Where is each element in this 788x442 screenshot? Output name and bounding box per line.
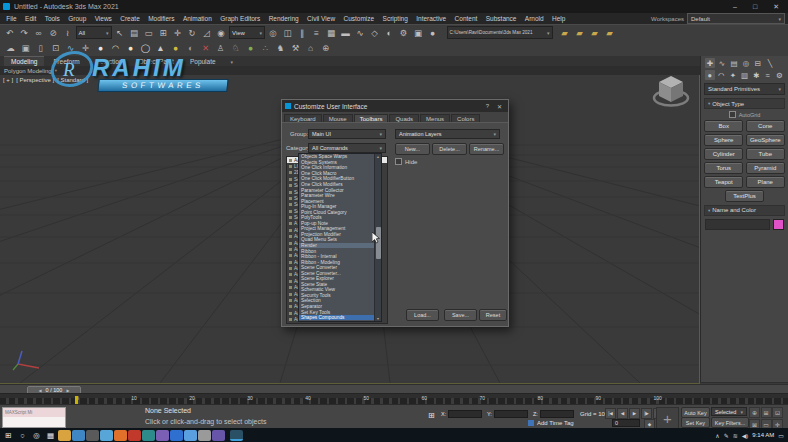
edge-icon[interactable]	[170, 430, 183, 441]
cameras-category-icon[interactable]: ▥	[740, 70, 750, 80]
minimize-button[interactable]: –	[733, 3, 737, 11]
viewport-menu-shading[interactable]: [ Standard ]	[57, 77, 88, 83]
folder-icon[interactable]: ▰	[558, 26, 571, 39]
geometry-category-icon[interactable]: ●	[705, 70, 715, 80]
viewcube[interactable]	[648, 72, 694, 110]
network-icon[interactable]: ≋	[733, 432, 738, 439]
sphere-shaded-icon[interactable]: ◐	[184, 42, 197, 55]
app-icon-lightblue[interactable]	[184, 430, 197, 441]
container-icon[interactable]: ▯	[34, 42, 47, 55]
dome-icon[interactable]: ◠	[109, 42, 122, 55]
start-button[interactable]: ⊞	[2, 430, 15, 441]
menu-item[interactable]: Edit	[21, 15, 41, 22]
object-type-button[interactable]: GeoSphere	[746, 134, 785, 146]
maximize-button[interactable]: □	[753, 3, 757, 11]
menu-item[interactable]: Group	[64, 15, 90, 22]
object-type-button[interactable]: Torus	[704, 162, 743, 174]
category-dropdown-list[interactable]: Objects Space WarpsObjects SystemsOne Cl…	[298, 153, 382, 322]
toggle-scene-explorer-icon[interactable]: ≡	[310, 26, 323, 39]
notification-center-icon[interactable]: ▭	[778, 432, 784, 439]
unlink-selection-icon[interactable]: ⊘	[47, 26, 60, 39]
selection-filter-dropdown[interactable]: All	[76, 26, 112, 39]
new-button[interactable]: New...	[395, 143, 430, 155]
3ds-max-taskbar-icon[interactable]	[230, 430, 243, 441]
modify-tab[interactable]: ∿	[717, 58, 727, 68]
app-icon-violet[interactable]	[212, 430, 225, 441]
object-type-button[interactable]: Plane	[746, 176, 785, 188]
delete-button[interactable]: Delete...	[432, 143, 467, 155]
use-pivot-point-icon[interactable]: ◎	[267, 26, 280, 39]
object-type-button[interactable]: Cone	[746, 120, 785, 132]
space-warps-category-icon[interactable]: ≈	[763, 70, 773, 80]
creature-icon[interactable]: ♘	[229, 42, 242, 55]
ribbon-tab[interactable]: Freeform	[46, 57, 86, 66]
menu-item[interactable]: Graph Editors	[216, 15, 264, 22]
bind-to-space-warp-icon[interactable]: ≀	[61, 26, 74, 39]
set-key-button[interactable]: Set Key	[681, 417, 710, 428]
transform-tool-icon[interactable]: ✛	[79, 42, 92, 55]
ring-icon[interactable]: ◯	[139, 42, 152, 55]
menu-item[interactable]: Modifiers	[144, 15, 179, 22]
undo-icon[interactable]: ↶	[3, 26, 16, 39]
display-tab[interactable]: ⊟	[753, 58, 763, 68]
reference-coordinate-dropdown[interactable]: View	[229, 26, 265, 39]
motion-tab[interactable]: ◎	[741, 58, 751, 68]
menu-item[interactable]: Views	[90, 15, 116, 22]
menu-item[interactable]: Scripting	[378, 15, 412, 22]
select-and-move-icon[interactable]: ✛	[171, 26, 184, 39]
coordinate-toggle-icon[interactable]: ⊞	[428, 411, 435, 420]
z-coordinate-field[interactable]	[540, 410, 574, 418]
dialog-tab[interactable]: Toolbars	[354, 114, 389, 122]
material-editor-icon[interactable]: ◐	[383, 26, 396, 39]
monitor-icon[interactable]: ⊡	[49, 42, 62, 55]
name-color-rollout[interactable]: ▾ Name and Color	[704, 205, 785, 216]
select-object-icon[interactable]: ↖	[113, 26, 126, 39]
dialog-close-button[interactable]: ✕	[497, 103, 502, 110]
object-type-button[interactable]: TextPlus	[725, 190, 764, 202]
helpers-category-icon[interactable]: ✱	[751, 70, 761, 80]
select-by-name-icon[interactable]: ▤	[128, 26, 141, 39]
object-name-field[interactable]	[705, 219, 770, 230]
sphere-cream-icon[interactable]: ●	[124, 42, 137, 55]
create-tab[interactable]: ✚	[705, 58, 715, 68]
globe-icon[interactable]: ⊕	[319, 42, 332, 55]
ribbon-minimize-icon[interactable]: ▾	[231, 59, 234, 66]
shapes-category-icon[interactable]: ◠	[717, 70, 727, 80]
volume-icon[interactable]: ◀)	[742, 432, 749, 439]
object-type-button[interactable]: Sphere	[704, 134, 743, 146]
select-and-link-icon[interactable]: ∞	[32, 26, 45, 39]
reset-button[interactable]: Reset	[479, 309, 507, 321]
sphere-white-icon[interactable]: ●	[94, 42, 107, 55]
render-setup-icon[interactable]: ⚙	[397, 26, 410, 39]
track-bar[interactable]: 0102030405060708090100	[0, 393, 788, 404]
menu-item[interactable]: Content	[450, 15, 481, 22]
scroll-up-icon[interactable]: ▲	[375, 154, 381, 159]
paw-icon[interactable]: ∴	[259, 42, 272, 55]
redo-icon[interactable]: ↷	[18, 26, 31, 39]
previous-frame-button[interactable]: ◀	[617, 408, 628, 419]
hide-checkbox[interactable]	[395, 158, 402, 165]
menu-item[interactable]: Help	[548, 15, 570, 22]
object-color-swatch[interactable]	[773, 219, 784, 230]
object-type-button[interactable]: Pyramid	[746, 162, 785, 174]
zoom-extents-icon[interactable]: ⊡	[772, 407, 783, 418]
add-time-tag-button[interactable]: Add Time Tag	[537, 420, 574, 426]
cloud-icon[interactable]: ☁	[4, 42, 17, 55]
delete-red-icon[interactable]: ✕	[199, 42, 212, 55]
cone-icon[interactable]: ▲	[154, 42, 167, 55]
app-icon-grey[interactable]	[86, 430, 99, 441]
object-type-button[interactable]: Box	[704, 120, 743, 132]
character-icon[interactable]: ♙	[214, 42, 227, 55]
select-and-rotate-icon[interactable]: ↻	[186, 26, 199, 39]
swirl-tool-icon[interactable]: ∿	[64, 42, 77, 55]
utilities-tab[interactable]: ╲	[765, 58, 775, 68]
object-type-button[interactable]: Cylinder	[704, 148, 743, 160]
menu-item[interactable]: Civil View	[303, 15, 339, 22]
file-explorer-icon[interactable]	[58, 430, 71, 441]
align-icon[interactable]: ∥	[296, 26, 309, 39]
object-type-rollout[interactable]: ▾ Object Type	[704, 98, 785, 109]
sphere-yellow-icon[interactable]: ●	[169, 42, 182, 55]
ribbon-tab[interactable]: Populate	[183, 57, 223, 66]
dialog-tab[interactable]: Quads	[389, 114, 419, 122]
close-button[interactable]: ✕	[773, 3, 779, 11]
